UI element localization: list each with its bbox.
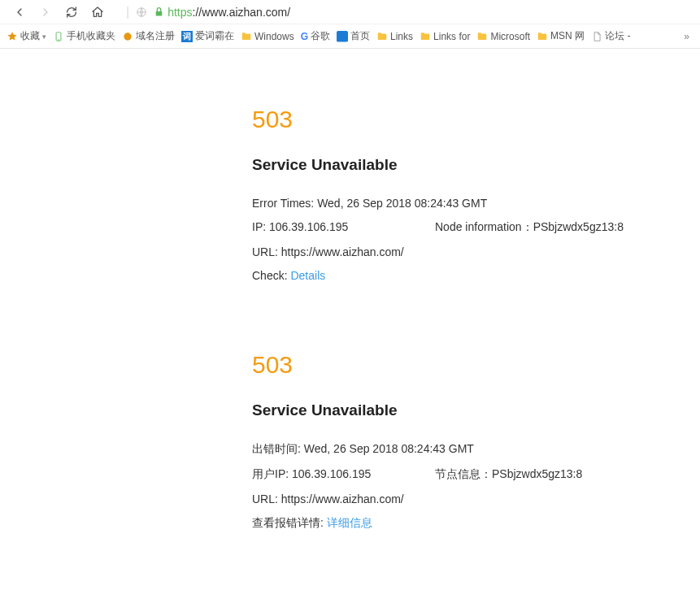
bookmark-label: Microsoft bbox=[490, 31, 530, 42]
url-bar[interactable]: | https://www.aizhan.com/ bbox=[119, 3, 693, 21]
bookmark-aici[interactable]: 词 爱词霸在 bbox=[181, 29, 234, 43]
chevron-down-icon: ▾ bbox=[42, 33, 46, 41]
bookmark-label: 论坛 - bbox=[605, 29, 630, 43]
url-label: URL: bbox=[252, 492, 278, 505]
error-times-value: Wed, 26 Sep 2018 08:24:43 GMT bbox=[317, 197, 487, 210]
bookmark-label: 域名注册 bbox=[136, 29, 175, 43]
bookmark-label: 谷歌 bbox=[311, 29, 330, 43]
error-times-line: 出错时间: Wed, 26 Sep 2018 08:24:43 GMT bbox=[252, 442, 659, 457]
bookmark-windows[interactable]: Windows bbox=[241, 31, 294, 42]
bookmark-msn[interactable]: MSN 网 bbox=[537, 29, 585, 43]
bookmark-label: 手机收藏夹 bbox=[67, 29, 115, 43]
bookmark-mobile[interactable]: 手机收藏夹 bbox=[53, 29, 115, 43]
bookmark-label: 爱词霸在 bbox=[195, 29, 234, 43]
page-icon bbox=[591, 31, 602, 42]
ip-label: IP: bbox=[252, 220, 266, 233]
folder-icon bbox=[537, 31, 548, 42]
svg-rect-1 bbox=[156, 11, 163, 15]
error-times-label: Error Times: bbox=[252, 197, 314, 210]
ip-label: 用户IP: bbox=[252, 467, 289, 480]
error-block-zh: 503 Service Unavailable 出错时间: Wed, 26 Se… bbox=[252, 351, 659, 531]
error-title: Service Unavailable bbox=[252, 156, 659, 174]
globe-icon bbox=[136, 7, 147, 18]
node-value: PSbjzwdx5gz13:8 bbox=[533, 220, 624, 233]
bookmark-links[interactable]: Links bbox=[376, 31, 413, 42]
error-times-line: Error Times: Wed, 26 Sep 2018 08:24:43 G… bbox=[252, 197, 659, 210]
error-code: 503 bbox=[252, 106, 659, 133]
url-label: URL: bbox=[252, 245, 278, 258]
bookmarks-overflow[interactable]: » bbox=[680, 31, 693, 42]
bookmark-label: MSN 网 bbox=[550, 29, 585, 43]
node-label: 节点信息： bbox=[435, 467, 492, 480]
ip-node-line: IP: 106.39.106.195 Node information：PSbj… bbox=[252, 220, 659, 235]
bookmark-domain[interactable]: 域名注册 bbox=[122, 29, 175, 43]
separator: | bbox=[126, 5, 129, 20]
check-label: Check: bbox=[252, 269, 288, 282]
bookmark-collect[interactable]: 收藏 ▾ bbox=[7, 29, 46, 43]
page-content: 503 Service Unavailable Error Times: Wed… bbox=[0, 106, 700, 531]
back-button[interactable] bbox=[10, 2, 29, 22]
error-title: Service Unavailable bbox=[252, 401, 659, 419]
browser-nav-bar: | https://www.aizhan.com/ bbox=[0, 0, 700, 24]
ip-node-line: 用户IP: 106.39.106.195 节点信息：PSbjzwdx5gz13:… bbox=[252, 467, 659, 482]
url-value: https://www.aizhan.com/ bbox=[281, 492, 404, 505]
ip-value: 106.39.106.195 bbox=[292, 467, 371, 480]
domain-icon bbox=[122, 31, 133, 42]
bookmark-homepage[interactable]: 首页 bbox=[337, 29, 370, 43]
error-times-label: 出错时间: bbox=[252, 442, 301, 455]
error-block-en: 503 Service Unavailable Error Times: Wed… bbox=[252, 106, 659, 282]
reload-button[interactable] bbox=[62, 2, 81, 22]
bookmark-label: Windows bbox=[254, 31, 294, 42]
lock-icon bbox=[154, 7, 164, 17]
bookmarks-bar: 收藏 ▾ 手机收藏夹 域名注册 词 爱词霸在 Windows G 谷歌 首页 L… bbox=[0, 24, 700, 49]
url-value: https://www.aizhan.com/ bbox=[281, 245, 404, 258]
error-code: 503 bbox=[252, 351, 659, 379]
url-line: URL: https://www.aizhan.com/ bbox=[252, 245, 659, 258]
error-times-value: Wed, 26 Sep 2018 08:24:43 GMT bbox=[304, 442, 474, 455]
mobile-icon bbox=[53, 31, 64, 42]
homepage-icon bbox=[337, 31, 348, 42]
bookmark-forum[interactable]: 论坛 - bbox=[591, 29, 630, 43]
bookmark-microsoft[interactable]: Microsoft bbox=[476, 31, 530, 42]
bookmark-label: Links bbox=[390, 31, 413, 42]
star-icon bbox=[7, 31, 18, 42]
bookmark-linksfor[interactable]: Links for bbox=[420, 31, 470, 42]
node-label: Node information： bbox=[435, 220, 533, 233]
forward-button[interactable] bbox=[36, 2, 55, 22]
svg-point-4 bbox=[124, 33, 131, 40]
folder-icon bbox=[376, 31, 388, 42]
details-link[interactable]: 详细信息 bbox=[327, 516, 372, 529]
folder-icon bbox=[420, 31, 431, 42]
bookmark-google[interactable]: G 谷歌 bbox=[301, 29, 330, 43]
check-line: Check: Details bbox=[252, 269, 659, 282]
bookmark-label: 首页 bbox=[350, 29, 370, 43]
folder-icon bbox=[476, 31, 488, 42]
home-button[interactable] bbox=[88, 2, 107, 22]
folder-icon bbox=[241, 31, 252, 42]
check-label: 查看报错详情: bbox=[252, 516, 324, 529]
bookmark-label: Links for bbox=[433, 31, 470, 42]
aici-icon: 词 bbox=[181, 31, 193, 42]
url-text: https://www.aizhan.com/ bbox=[167, 6, 290, 19]
ip-value: 106.39.106.195 bbox=[269, 220, 348, 233]
bookmark-label: 收藏 bbox=[20, 29, 40, 43]
check-line: 查看报错详情: 详细信息 bbox=[252, 516, 659, 531]
google-icon: G bbox=[301, 31, 308, 42]
details-link[interactable]: Details bbox=[290, 269, 325, 282]
node-value: PSbjzwdx5gz13:8 bbox=[492, 467, 582, 480]
url-line: URL: https://www.aizhan.com/ bbox=[252, 492, 659, 505]
